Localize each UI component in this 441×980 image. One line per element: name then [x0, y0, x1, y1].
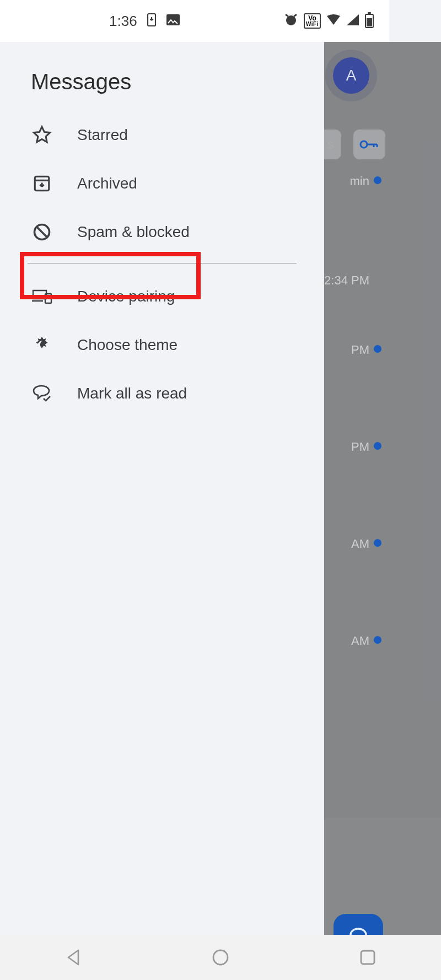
- unread-dot: [374, 345, 381, 353]
- drawer-item-device-pairing[interactable]: Device pairing: [0, 272, 324, 321]
- conv-time: AM: [351, 634, 369, 648]
- block-icon: [31, 221, 53, 243]
- drawer-item-archived[interactable]: Archived: [0, 159, 324, 208]
- theme-icon: [31, 334, 53, 356]
- drawer-item-label: Starred: [77, 126, 128, 144]
- drawer-item-choose-theme[interactable]: Choose theme: [0, 321, 324, 369]
- battery-icon: [365, 14, 374, 28]
- drawer-item-spam-blocked[interactable]: Spam & blocked: [0, 208, 324, 256]
- conv-time: 2:34 PM: [324, 273, 369, 288]
- svg-point-3: [361, 141, 367, 148]
- svg-rect-8: [361, 951, 374, 964]
- svg-rect-1: [166, 14, 180, 25]
- vowifi-icon: VoWiFi: [304, 13, 321, 29]
- devices-icon: [31, 286, 53, 308]
- conv-time: AM: [351, 537, 369, 551]
- conv-time: PM: [351, 343, 369, 357]
- unread-dot: [374, 176, 381, 184]
- svg-point-2: [286, 15, 296, 25]
- status-time: 1:36: [109, 13, 137, 30]
- drawer-item-label: Archived: [77, 175, 137, 192]
- conv-time: min: [350, 174, 369, 189]
- alarm-icon: [284, 13, 298, 29]
- drawer-item-label: Spam & blocked: [77, 223, 190, 241]
- drawer-item-label: Device pairing: [77, 288, 175, 305]
- download-icon: [146, 13, 157, 29]
- filter-chip-key[interactable]: [353, 129, 386, 160]
- star-icon: [31, 124, 53, 146]
- drawer-item-label: Choose theme: [77, 336, 178, 354]
- status-bar: 1:36 VoWiFi: [0, 0, 389, 42]
- drawer-item-label: Mark all as read: [77, 385, 187, 402]
- system-navigation-bar: [0, 935, 441, 980]
- drawer-item-mark-all-read[interactable]: Mark all as read: [0, 369, 324, 418]
- unread-dot: [374, 636, 381, 644]
- drawer-item-starred[interactable]: Starred: [0, 111, 324, 159]
- archive-icon: [31, 173, 53, 195]
- drawer-divider: [28, 263, 297, 263]
- mark-read-icon: [31, 383, 53, 405]
- profile-avatar[interactable]: A: [333, 57, 369, 94]
- back-button[interactable]: [63, 947, 84, 968]
- conv-time: PM: [351, 440, 369, 454]
- picture-icon: [166, 14, 180, 28]
- unread-dot: [374, 539, 381, 547]
- svg-point-7: [213, 950, 228, 965]
- unread-dot: [374, 442, 381, 450]
- recents-button[interactable]: [357, 947, 378, 968]
- navigation-drawer: Messages Starred Archived Spam & blocked…: [0, 42, 324, 935]
- drawer-title: Messages: [0, 42, 324, 111]
- wifi-icon: [326, 14, 341, 28]
- chip-label: s: [327, 137, 334, 152]
- home-button[interactable]: [210, 947, 231, 968]
- signal-icon: [346, 14, 359, 28]
